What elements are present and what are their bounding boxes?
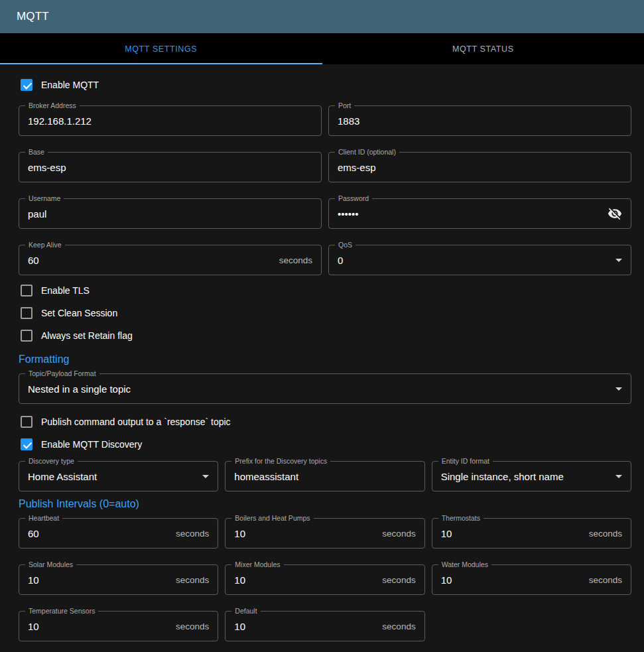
keep-alive-field: Keep Alive seconds <box>19 245 322 275</box>
credentials-row: Username Password <box>19 198 631 229</box>
default-interval-field: Default seconds <box>225 611 424 641</box>
username-input[interactable] <box>28 208 312 220</box>
solar-interval-suffix: seconds <box>176 575 209 585</box>
broker-address-input[interactable] <box>28 115 312 127</box>
enable-tls-label: Enable TLS <box>41 285 90 296</box>
thermostats-interval-input[interactable] <box>441 528 584 539</box>
qos-value: 0 <box>338 255 610 266</box>
base-clientid-row: Base Client ID (optional) <box>19 152 631 182</box>
heartbeat-interval-input[interactable] <box>28 528 170 539</box>
boilers-interval-field: Boilers and Heat Pumps seconds <box>225 518 424 549</box>
base-input[interactable] <box>28 162 312 173</box>
formatting-section-title: Formatting <box>19 354 631 365</box>
entity-id-format-select[interactable]: Entity ID format Single instance, short … <box>432 461 631 491</box>
topic-payload-format-label: Topic/Payload Format <box>25 369 99 377</box>
topic-payload-format-select[interactable]: Topic/Payload Format Nested in a single … <box>19 373 631 404</box>
broker-address-field: Broker Address <box>19 105 322 136</box>
boilers-interval-suffix: seconds <box>382 529 415 539</box>
mixer-interval-field: Mixer Modules seconds <box>225 564 424 595</box>
discovery-prefix-input[interactable] <box>234 471 415 482</box>
visibility-off-icon[interactable] <box>608 206 622 221</box>
password-input[interactable] <box>338 208 602 220</box>
tab-mqtt-settings-label: MQTT SETTINGS <box>125 44 197 54</box>
keepalive-qos-row: Keep Alive seconds QoS 0 <box>19 245 631 275</box>
enable-discovery-checkbox-row[interactable]: Enable MQTT Discovery <box>19 433 142 456</box>
discovery-type-value: Home Assistant <box>28 471 197 482</box>
client-id-input[interactable] <box>338 162 622 173</box>
discovery-prefix-field: Prefix for the Discovery topics <box>225 461 424 491</box>
tab-mqtt-status[interactable]: MQTT STATUS <box>322 33 644 64</box>
publish-response-checkbox-row[interactable]: Publish command output to a `response` t… <box>19 411 231 433</box>
intervals-row-2: Solar Modules seconds Mixer Modules seco… <box>19 564 631 595</box>
solar-interval-label: Solar Modules <box>25 560 76 568</box>
default-interval-suffix: seconds <box>382 621 415 631</box>
enable-mqtt-checkbox-row[interactable]: Enable MQTT <box>19 74 99 96</box>
discovery-type-label: Discovery type <box>25 457 78 465</box>
retain-flag-checkbox-row[interactable]: Always set Retain flag <box>19 324 133 347</box>
heartbeat-interval-field: Heartbeat seconds <box>19 518 218 549</box>
enable-mqtt-label: Enable MQTT <box>41 80 99 90</box>
keep-alive-input[interactable] <box>28 255 274 266</box>
page-title: MQTT <box>17 10 49 23</box>
temperature-sensors-interval-suffix: seconds <box>176 621 209 631</box>
intervals-row-1: Heartbeat seconds Boilers and Heat Pumps… <box>19 518 631 549</box>
solar-interval-input[interactable] <box>28 574 170 586</box>
entity-id-format-label: Entity ID format <box>438 457 493 465</box>
tab-bar: MQTT SETTINGS MQTT STATUS <box>0 33 644 64</box>
topic-payload-format-value: Nested in a single topic <box>28 383 610 395</box>
thermostats-interval-label: Thermostats <box>438 514 483 522</box>
enable-discovery-checkbox[interactable] <box>21 438 32 450</box>
water-interval-input[interactable] <box>441 574 584 586</box>
boilers-interval-input[interactable] <box>234 528 377 539</box>
mixer-interval-input[interactable] <box>234 574 377 586</box>
water-interval-field: Water Modules seconds <box>432 564 631 595</box>
solar-interval-field: Solar Modules seconds <box>19 564 218 595</box>
qos-label: QoS <box>335 241 355 249</box>
clean-session-checkbox-row[interactable]: Set Clean Session <box>19 302 117 324</box>
enable-mqtt-checkbox[interactable] <box>21 79 32 91</box>
enable-tls-checkbox-row[interactable]: Enable TLS <box>19 279 90 302</box>
mixer-interval-suffix: seconds <box>382 575 415 585</box>
discovery-prefix-label: Prefix for the Discovery topics <box>231 457 330 465</box>
clean-session-label: Set Clean Session <box>41 308 117 318</box>
entity-id-format-value: Single instance, short name <box>441 471 610 482</box>
discovery-row: Discovery type Home Assistant Prefix for… <box>19 461 631 491</box>
default-interval-label: Default <box>231 607 260 615</box>
temperature-sensors-interval-input[interactable] <box>28 621 170 632</box>
port-field: Port <box>328 105 631 136</box>
publish-response-label: Publish command output to a `response` t… <box>41 417 231 427</box>
chevron-down-icon <box>615 387 622 391</box>
boilers-interval-label: Boilers and Heat Pumps <box>231 514 313 522</box>
chevron-down-icon <box>615 475 622 478</box>
username-label: Username <box>25 194 64 202</box>
broker-address-label: Broker Address <box>25 101 80 109</box>
temperature-sensors-interval-field: Temperature Sensors seconds <box>19 611 218 641</box>
thermostats-interval-field: Thermostats seconds <box>432 518 631 549</box>
enable-tls-checkbox[interactable] <box>21 285 32 296</box>
username-field: Username <box>19 198 322 229</box>
broker-port-row: Broker Address Port <box>19 105 631 136</box>
password-field: Password <box>328 198 631 229</box>
qos-select[interactable]: QoS 0 <box>328 245 631 275</box>
intervals-row-3: Temperature Sensors seconds Default seco… <box>19 611 631 641</box>
client-id-field: Client ID (optional) <box>328 152 631 182</box>
chevron-down-icon <box>202 475 209 478</box>
base-field: Base <box>19 152 322 182</box>
format-row: Topic/Payload Format Nested in a single … <box>19 373 631 404</box>
retain-flag-checkbox[interactable] <box>21 330 32 342</box>
discovery-type-select[interactable]: Discovery type Home Assistant <box>19 461 218 491</box>
clean-session-checkbox[interactable] <box>21 307 32 319</box>
temperature-sensors-interval-label: Temperature Sensors <box>25 607 98 615</box>
water-interval-suffix: seconds <box>589 575 622 585</box>
heartbeat-interval-suffix: seconds <box>176 529 209 539</box>
port-input[interactable] <box>338 115 622 127</box>
mqtt-settings-form: Enable MQTT Broker Address Port Base Cli… <box>0 64 644 641</box>
water-interval-label: Water Modules <box>438 560 491 568</box>
tab-mqtt-settings[interactable]: MQTT SETTINGS <box>0 33 322 64</box>
password-label: Password <box>335 194 372 202</box>
publish-response-checkbox[interactable] <box>21 416 32 428</box>
enable-discovery-label: Enable MQTT Discovery <box>41 439 142 450</box>
tab-mqtt-status-label: MQTT STATUS <box>452 44 514 54</box>
default-interval-input[interactable] <box>234 621 377 632</box>
thermostats-interval-suffix: seconds <box>589 529 622 539</box>
